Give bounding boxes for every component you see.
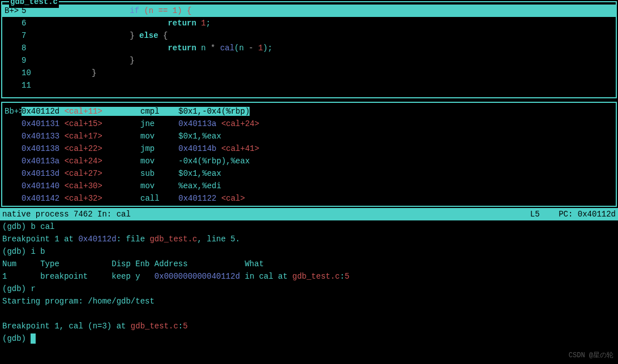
asm-line[interactable]: 0x401140 <cal+30> mov %eax,%edi	[2, 180, 616, 192]
assembly-panel: Bb+>0x40112d <cal+11> cmpl $0x1,-0x4(%rb…	[1, 102, 617, 207]
source-line[interactable]: 8 return n * cal(n - 1);	[2, 42, 616, 54]
gdb-prompt: (gdb)	[2, 334, 31, 343]
console-output: (gdb) b calBreakpoint 1 at 0x40112d: fil…	[2, 220, 616, 332]
asm-line[interactable]: 0x401142 <cal+32> call 0x401122 <cal>	[2, 192, 616, 205]
console-line: Breakpoint 1 at 0x40112d: file gdb_test.…	[2, 233, 616, 245]
status-right: L5 PC: 0x40112d	[530, 208, 616, 220]
console-line: Breakpoint 1, cal (n=3) at gdb_test.c:5	[2, 320, 616, 332]
source-filename: gdb_test.c	[9, 0, 59, 8]
watermark: CSDN @星の轮	[569, 349, 613, 362]
asm-line[interactable]: 0x40113a <cal+24> mov -0x4(%rbp),%eax	[2, 155, 616, 167]
status-left: native process 7462 In: cal	[2, 208, 131, 220]
asm-line[interactable]: 0x401138 <cal+22> jmp 0x40114b <cal+41>	[2, 142, 616, 155]
console-prompt-line[interactable]: (gdb)	[2, 332, 616, 345]
source-lines: B+>5 if (n == 1) {6 return 1;7 } else {8…	[2, 5, 616, 92]
console-line: (gdb) r	[2, 283, 616, 295]
console-line: (gdb) b cal	[2, 220, 616, 233]
console-line: Starting program: /home/gdb/test	[2, 295, 616, 307]
source-line[interactable]: B+>5 if (n == 1) {	[2, 5, 616, 17]
status-bar: native process 7462 In: cal L5 PC: 0x401…	[0, 208, 618, 220]
console-line: (gdb) i b	[2, 245, 616, 258]
source-line[interactable]: 9 }	[2, 54, 616, 67]
console-line: Num Type Disp Enb Address What	[2, 258, 616, 270]
source-line[interactable]: 6 return 1;	[2, 17, 616, 29]
console-line: 1 breakpoint keep y 0x000000000040112d i…	[2, 270, 616, 283]
gdb-console[interactable]: (gdb) b calBreakpoint 1 at 0x40112d: fil…	[0, 220, 618, 345]
source-line[interactable]: 10 }	[2, 67, 616, 79]
source-line[interactable]: 11	[2, 79, 616, 92]
console-line	[2, 307, 616, 320]
asm-line[interactable]: 0x401131 <cal+15> jne 0x40113a <cal+24>	[2, 118, 616, 130]
assembly-lines: Bb+>0x40112d <cal+11> cmpl $0x1,-0x4(%rb…	[2, 105, 616, 205]
source-line[interactable]: 7 } else {	[2, 29, 616, 42]
asm-line[interactable]: 0x401133 <cal+17> mov $0x1,%eax	[2, 130, 616, 142]
cursor-icon	[31, 333, 36, 344]
asm-line[interactable]: Bb+>0x40112d <cal+11> cmpl $0x1,-0x4(%rb…	[2, 105, 616, 118]
asm-line[interactable]: 0x40113d <cal+27> sub $0x1,%eax	[2, 167, 616, 180]
source-panel: gdb_test.c B+>5 if (n == 1) {6 return 1;…	[1, 1, 617, 98]
